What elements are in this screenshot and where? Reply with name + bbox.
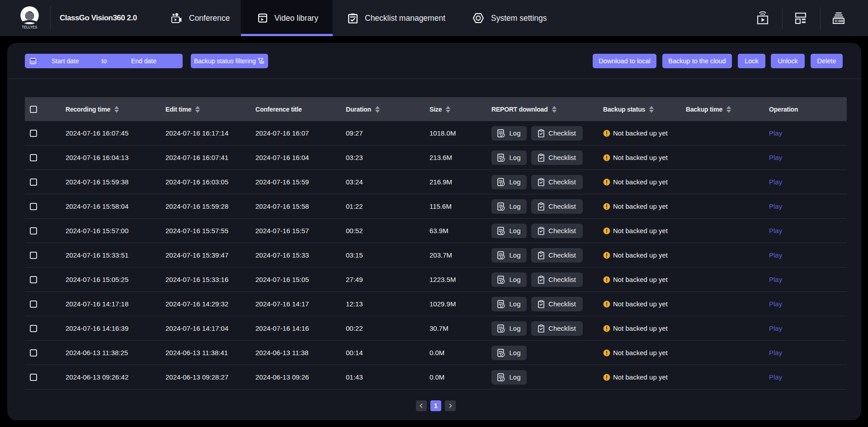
svg-text:TELLYES: TELLYES: [22, 25, 37, 29]
